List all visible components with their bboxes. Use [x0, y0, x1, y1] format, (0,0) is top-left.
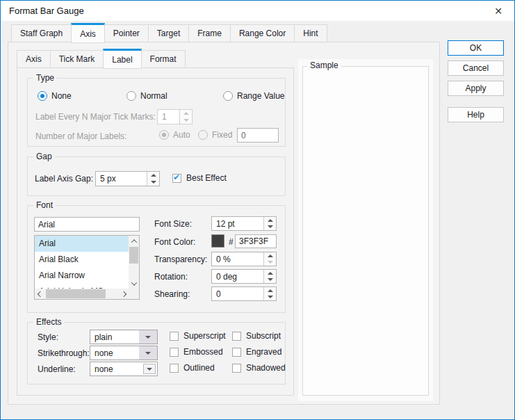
engraved-label: Engraved: [246, 347, 281, 357]
scroll-left-icon[interactable]: [35, 289, 45, 299]
rotation-spin-buttons[interactable]: [263, 270, 276, 283]
style-dropdown[interactable]: plain: [90, 330, 158, 344]
tab-hint[interactable]: Hint: [294, 24, 327, 42]
shadowed-checkbox-icon[interactable]: [232, 364, 241, 373]
shadowed-checkbox[interactable]: Shadowed: [232, 363, 286, 373]
chevron-down-icon[interactable]: [139, 330, 157, 344]
chevron-down-icon[interactable]: [143, 364, 156, 374]
font-color-label: Font Color:: [154, 237, 195, 247]
radio-auto-label: Auto: [173, 130, 190, 140]
subtab-label[interactable]: Label: [103, 49, 141, 69]
scroll-right-icon[interactable]: [118, 289, 129, 299]
list-item[interactable]: Arial Black: [35, 252, 129, 268]
radio-auto-icon: [159, 130, 169, 140]
tab-target[interactable]: Target: [148, 24, 189, 42]
format-bar-gauge-dialog: Format Bar Gauge ✕ Staff Graph Axis Poin…: [0, 0, 515, 420]
subtab-axis[interactable]: Axis: [17, 50, 51, 68]
tab-axis[interactable]: Axis: [71, 23, 105, 43]
font-size-spin-buttons[interactable]: [263, 217, 276, 230]
list-item[interactable]: Arial: [35, 236, 129, 252]
label-axis-gap-spin-buttons[interactable]: [147, 172, 159, 186]
spin-down-icon[interactable]: [147, 179, 159, 186]
best-effect-checkbox[interactable]: Best Effect: [172, 173, 227, 183]
font-size-spinner[interactable]: 12 pt: [211, 216, 277, 231]
tab-frame[interactable]: Frame: [188, 24, 231, 42]
radio-normal[interactable]: Normal: [126, 91, 167, 101]
spin-up-icon[interactable]: [264, 270, 276, 277]
outlined-checkbox[interactable]: Outlined: [170, 363, 215, 373]
scroll-up-icon[interactable]: [129, 236, 139, 246]
ok-button[interactable]: OK: [448, 40, 504, 56]
tab-pointer[interactable]: Pointer: [104, 24, 149, 42]
horizontal-scroll-thumb[interactable]: [46, 289, 106, 298]
spin-up-icon[interactable]: [264, 252, 276, 259]
spin-up-icon[interactable]: [264, 287, 276, 294]
strikethrough-dropdown[interactable]: none: [90, 346, 158, 360]
tab-staff-graph[interactable]: Staff Graph: [11, 24, 72, 42]
font-list[interactable]: Arial Arial Black Arial Narrow Arial Uni…: [34, 235, 140, 300]
list-item[interactable]: Arial Narrow: [35, 268, 129, 284]
apply-button[interactable]: Apply: [448, 81, 504, 96]
font-size-label: Font Size:: [154, 219, 192, 229]
superscript-checkbox-icon[interactable]: [170, 332, 179, 341]
font-list-items: Arial Arial Black Arial Narrow Arial Uni…: [35, 236, 129, 289]
spin-down-icon[interactable]: [264, 277, 276, 284]
vertical-scroll-thumb[interactable]: [129, 247, 138, 264]
rotation-spinner[interactable]: 0 deg: [211, 269, 277, 284]
spin-up-icon[interactable]: [264, 217, 276, 224]
transparency-label: Transparency:: [154, 255, 207, 264]
help-button[interactable]: Help: [448, 107, 504, 122]
engraved-checkbox-icon[interactable]: [232, 348, 241, 357]
tab-range-color[interactable]: Range Color: [230, 24, 295, 42]
font-color-swatch[interactable]: [211, 234, 224, 248]
radio-fixed-label: Fixed: [212, 130, 232, 140]
shadowed-label: Shadowed: [246, 363, 286, 373]
chevron-down-icon[interactable]: [139, 346, 157, 360]
spin-up-icon[interactable]: [147, 172, 159, 179]
horizontal-scrollbar[interactable]: [35, 289, 129, 299]
transparency-spin-buttons[interactable]: [263, 252, 276, 266]
label-axis-gap-spinner[interactable]: 5 px: [95, 171, 160, 186]
subscript-checkbox-icon[interactable]: [232, 332, 241, 341]
radio-normal-icon[interactable]: [126, 91, 136, 101]
transparency-spinner[interactable]: 0 %: [211, 252, 277, 266]
subscript-checkbox[interactable]: Subscript: [232, 331, 281, 341]
font-group: Font Arial Arial Black Arial Narrow Aria…: [27, 205, 286, 313]
radio-range-value-icon[interactable]: [223, 91, 233, 101]
shearing-spinner[interactable]: 0: [211, 286, 277, 301]
radio-none[interactable]: None: [38, 91, 72, 101]
subtab-format[interactable]: Format: [141, 50, 186, 68]
fixed-count-input[interactable]: [237, 128, 279, 143]
list-item[interactable]: Arial Unicode MS: [35, 284, 129, 289]
best-effect-checkbox-icon[interactable]: [172, 174, 181, 183]
style-label: Style:: [38, 332, 58, 342]
engraved-checkbox[interactable]: Engraved: [232, 347, 281, 357]
scrollbar-corner: [129, 289, 139, 299]
scroll-down-icon[interactable]: [129, 278, 139, 289]
transparency-value: 0 %: [212, 252, 263, 266]
shearing-spin-buttons[interactable]: [263, 287, 276, 300]
label-axis-gap-label: Label Axis Gap:: [35, 174, 93, 184]
type-legend: Type: [33, 73, 57, 83]
superscript-checkbox[interactable]: Superscript: [170, 331, 226, 341]
gap-group: Gap Label Axis Gap: 5 px Best Effect: [27, 156, 286, 196]
radio-range-value[interactable]: Range Value: [223, 91, 285, 101]
underline-dropdown[interactable]: none: [90, 362, 158, 376]
label-every-n-spinner: 1: [157, 109, 193, 124]
cancel-button[interactable]: Cancel: [448, 60, 504, 76]
radio-none-icon[interactable]: [38, 91, 47, 101]
embossed-checkbox[interactable]: Embossed: [170, 347, 223, 357]
sample-preview: [302, 66, 429, 396]
outlined-checkbox-icon[interactable]: [170, 364, 179, 373]
vertical-scrollbar[interactable]: [129, 236, 139, 289]
font-color-input[interactable]: [235, 234, 277, 248]
strikethrough-value: none: [90, 346, 139, 360]
spin-down-icon[interactable]: [264, 224, 276, 231]
label-axis-gap-value: 5 px: [96, 172, 147, 186]
subtab-tick-mark[interactable]: Tick Mark: [50, 50, 104, 68]
font-name-input[interactable]: [34, 217, 140, 232]
embossed-checkbox-icon[interactable]: [170, 348, 179, 357]
underline-label: Underline:: [38, 364, 76, 374]
close-icon[interactable]: ✕: [492, 5, 505, 17]
spin-down-icon[interactable]: [264, 294, 276, 301]
